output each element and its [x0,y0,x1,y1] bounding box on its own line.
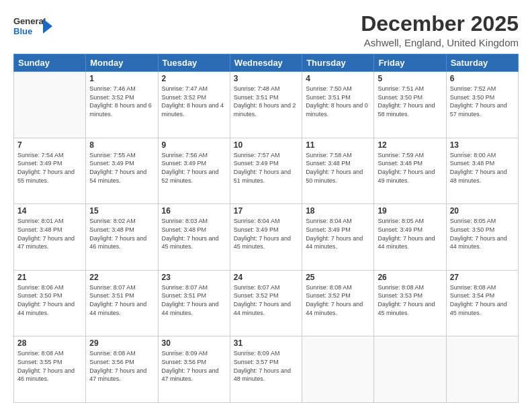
header-saturday: Saturday [446,54,518,72]
day-info: Sunrise: 8:07 AMSunset: 3:51 PMDaylight:… [162,283,226,317]
day-info: Sunrise: 8:07 AMSunset: 3:52 PMDaylight:… [234,283,298,317]
day-info: Sunrise: 8:07 AMSunset: 3:51 PMDaylight:… [89,283,154,317]
table-row: 16Sunrise: 8:03 AMSunset: 3:48 PMDayligh… [158,204,230,271]
day-info: Sunrise: 7:59 AMSunset: 3:48 PMDaylight:… [378,151,442,185]
calendar-table: Sunday Monday Tuesday Wednesday Thursday… [13,54,519,403]
calendar-header-row: Sunday Monday Tuesday Wednesday Thursday… [14,54,519,72]
day-info: Sunrise: 8:03 AMSunset: 3:48 PMDaylight:… [162,217,226,250]
day-number: 15 [89,206,154,216]
table-row: 1Sunrise: 7:46 AMSunset: 3:52 PMDaylight… [86,72,158,138]
day-number: 25 [306,273,370,282]
day-number: 2 [162,74,226,83]
header-wednesday: Wednesday [230,54,302,72]
day-number: 13 [450,140,515,150]
table-row: 30Sunrise: 8:09 AMSunset: 3:56 PMDayligh… [158,336,230,403]
day-info: Sunrise: 8:08 AMSunset: 3:53 PMDaylight:… [378,283,442,317]
day-number: 16 [162,206,226,216]
table-row [302,336,374,403]
title-block: December 2025 Ashwell, England, United K… [361,12,519,48]
day-number: 10 [234,140,298,150]
day-info: Sunrise: 8:05 AMSunset: 3:49 PMDaylight:… [378,217,442,250]
week-row-1: 7Sunrise: 7:54 AMSunset: 3:49 PMDaylight… [14,138,519,204]
day-number: 1 [89,74,154,83]
day-info: Sunrise: 7:48 AMSunset: 3:51 PMDaylight:… [234,85,298,118]
day-number: 22 [89,273,154,282]
day-info: Sunrise: 8:01 AMSunset: 3:48 PMDaylight:… [17,217,82,250]
table-row: 24Sunrise: 8:07 AMSunset: 3:52 PMDayligh… [230,270,302,336]
header-tuesday: Tuesday [158,54,230,72]
table-row: 25Sunrise: 8:08 AMSunset: 3:52 PMDayligh… [302,270,374,336]
day-info: Sunrise: 8:02 AMSunset: 3:48 PMDaylight:… [89,217,154,250]
table-row: 7Sunrise: 7:54 AMSunset: 3:49 PMDaylight… [14,138,86,204]
svg-text:General: General [13,16,46,26]
svg-text:Blue: Blue [13,26,32,36]
day-number: 20 [450,206,515,216]
day-info: Sunrise: 8:08 AMSunset: 3:55 PMDaylight:… [17,349,82,383]
day-number: 19 [378,206,442,216]
svg-marker-2 [43,19,52,34]
month-title: December 2025 [361,12,519,36]
day-number: 30 [162,338,226,348]
day-number: 28 [17,338,82,348]
day-info: Sunrise: 7:54 AMSunset: 3:49 PMDaylight:… [17,151,82,185]
day-info: Sunrise: 8:00 AMSunset: 3:48 PMDaylight:… [450,151,515,185]
table-row: 28Sunrise: 8:08 AMSunset: 3:55 PMDayligh… [14,336,86,403]
day-number: 27 [450,273,515,282]
table-row: 17Sunrise: 8:04 AMSunset: 3:49 PMDayligh… [230,204,302,271]
day-number: 14 [17,206,82,216]
table-row: 31Sunrise: 8:09 AMSunset: 3:57 PMDayligh… [230,336,302,403]
day-info: Sunrise: 7:46 AMSunset: 3:52 PMDaylight:… [89,85,154,118]
day-number: 18 [306,206,370,216]
day-number: 11 [306,140,370,150]
table-row: 20Sunrise: 8:05 AMSunset: 3:50 PMDayligh… [446,204,518,271]
week-row-4: 28Sunrise: 8:08 AMSunset: 3:55 PMDayligh… [14,336,519,403]
logo: General Blue [13,12,52,40]
day-info: Sunrise: 7:58 AMSunset: 3:48 PMDaylight:… [306,151,370,185]
day-info: Sunrise: 8:08 AMSunset: 3:56 PMDaylight:… [89,349,154,383]
day-number: 3 [234,74,298,83]
table-row: 27Sunrise: 8:08 AMSunset: 3:54 PMDayligh… [446,270,518,336]
table-row: 12Sunrise: 7:59 AMSunset: 3:48 PMDayligh… [374,138,446,204]
day-number: 21 [17,273,82,282]
header: General Blue December 2025 Ashwell, Engl… [13,12,519,48]
table-row: 19Sunrise: 8:05 AMSunset: 3:49 PMDayligh… [374,204,446,271]
week-row-3: 21Sunrise: 8:06 AMSunset: 3:50 PMDayligh… [14,270,519,336]
table-row: 9Sunrise: 7:56 AMSunset: 3:49 PMDaylight… [158,138,230,204]
table-row: 5Sunrise: 7:51 AMSunset: 3:50 PMDaylight… [374,72,446,138]
table-row: 13Sunrise: 8:00 AMSunset: 3:48 PMDayligh… [446,138,518,204]
table-row: 21Sunrise: 8:06 AMSunset: 3:50 PMDayligh… [14,270,86,336]
week-row-2: 14Sunrise: 8:01 AMSunset: 3:48 PMDayligh… [14,204,519,271]
table-row: 14Sunrise: 8:01 AMSunset: 3:48 PMDayligh… [14,204,86,271]
table-row: 8Sunrise: 7:55 AMSunset: 3:49 PMDaylight… [86,138,158,204]
day-number: 26 [378,273,442,282]
header-thursday: Thursday [302,54,374,72]
table-row: 3Sunrise: 7:48 AMSunset: 3:51 PMDaylight… [230,72,302,138]
day-number: 7 [17,140,82,150]
table-row: 18Sunrise: 8:04 AMSunset: 3:49 PMDayligh… [302,204,374,271]
day-info: Sunrise: 7:57 AMSunset: 3:49 PMDaylight:… [234,151,298,185]
day-number: 4 [306,74,370,83]
week-row-0: 1Sunrise: 7:46 AMSunset: 3:52 PMDaylight… [14,72,519,138]
day-info: Sunrise: 7:55 AMSunset: 3:49 PMDaylight:… [89,151,154,185]
table-row: 29Sunrise: 8:08 AMSunset: 3:56 PMDayligh… [86,336,158,403]
location: Ashwell, England, United Kingdom [361,37,519,48]
day-number: 12 [378,140,442,150]
day-info: Sunrise: 8:06 AMSunset: 3:50 PMDaylight:… [17,283,82,317]
day-number: 17 [234,206,298,216]
table-row: 11Sunrise: 7:58 AMSunset: 3:48 PMDayligh… [302,138,374,204]
day-info: Sunrise: 7:52 AMSunset: 3:50 PMDaylight:… [450,85,515,118]
table-row: 23Sunrise: 8:07 AMSunset: 3:51 PMDayligh… [158,270,230,336]
header-friday: Friday [374,54,446,72]
day-info: Sunrise: 8:09 AMSunset: 3:57 PMDaylight:… [234,349,298,383]
day-info: Sunrise: 8:04 AMSunset: 3:49 PMDaylight:… [306,217,370,250]
day-number: 31 [234,338,298,348]
day-number: 6 [450,74,515,83]
day-info: Sunrise: 8:09 AMSunset: 3:56 PMDaylight:… [162,349,226,383]
day-info: Sunrise: 8:04 AMSunset: 3:49 PMDaylight:… [234,217,298,250]
day-info: Sunrise: 7:50 AMSunset: 3:51 PMDaylight:… [306,85,370,118]
table-row: 10Sunrise: 7:57 AMSunset: 3:49 PMDayligh… [230,138,302,204]
day-info: Sunrise: 8:08 AMSunset: 3:54 PMDaylight:… [450,283,515,317]
day-info: Sunrise: 8:08 AMSunset: 3:52 PMDaylight:… [306,283,370,317]
table-row: 6Sunrise: 7:52 AMSunset: 3:50 PMDaylight… [446,72,518,138]
day-number: 24 [234,273,298,282]
